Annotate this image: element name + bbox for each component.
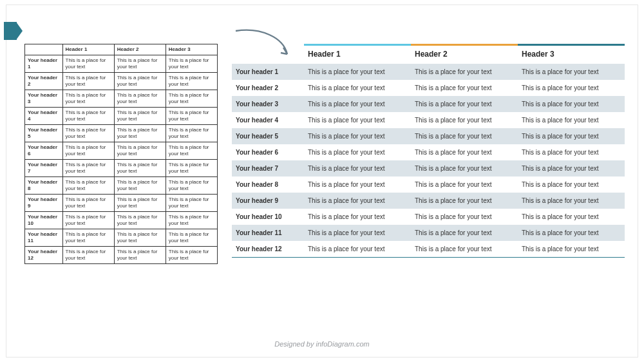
modern-cell: This is a place for your text bbox=[304, 80, 411, 96]
modern-row-label: Your header 8 bbox=[232, 176, 304, 193]
modern-header-blank bbox=[232, 47, 304, 64]
plain-cell: This is a place for your text bbox=[62, 73, 114, 90]
modern-cell: This is a place for your text bbox=[518, 241, 625, 257]
modern-cell: This is a place for your text bbox=[411, 64, 518, 80]
plain-cell: This is a place for your text bbox=[166, 142, 217, 160]
content: Header 1 Header 2 Header 3 Your header 1… bbox=[24, 44, 625, 264]
plain-row-label: Your header 8 bbox=[25, 177, 63, 195]
modern-row-label: Your header 7 bbox=[232, 160, 304, 176]
plain-row-label: Your header 6 bbox=[25, 142, 63, 160]
plain-row-label: Your header 4 bbox=[25, 108, 63, 125]
plain-cell: This is a place for your text bbox=[62, 90, 114, 108]
plain-cell: This is a place for your text bbox=[166, 160, 217, 177]
accent-color-3 bbox=[518, 44, 625, 46]
plain-cell: This is a place for your text bbox=[166, 195, 217, 212]
plain-header-1: Header 1 bbox=[62, 44, 114, 55]
plain-cell: This is a place for your text bbox=[114, 247, 166, 264]
plain-row-label: Your header 9 bbox=[25, 195, 63, 212]
plain-cell: This is a place for your text bbox=[114, 195, 166, 212]
modern-header-2: Header 2 bbox=[411, 47, 518, 64]
plain-cell: This is a place for your text bbox=[166, 212, 217, 229]
plain-cell: This is a place for your text bbox=[166, 73, 217, 90]
table-row: Your header 8This is a place for your te… bbox=[25, 177, 218, 195]
plain-cell: This is a place for your text bbox=[166, 90, 217, 108]
modern-cell: This is a place for your text bbox=[518, 225, 625, 241]
plain-table-body: Your header 1This is a place for your te… bbox=[25, 55, 218, 264]
modern-row-label: Your header 3 bbox=[232, 96, 304, 112]
table-row: Your header 3This is a place for your te… bbox=[232, 96, 625, 112]
modern-cell: This is a place for your text bbox=[518, 128, 625, 144]
table-row: Your header 4This is a place for your te… bbox=[232, 112, 625, 128]
modern-cell: This is a place for your text bbox=[304, 64, 411, 80]
modern-cell: This is a place for your text bbox=[304, 160, 411, 176]
modern-cell: This is a place for your text bbox=[411, 209, 518, 225]
table-row: Your header 6This is a place for your te… bbox=[232, 144, 625, 160]
plain-cell: This is a place for your text bbox=[62, 177, 114, 195]
plain-header-3: Header 3 bbox=[166, 44, 217, 55]
modern-cell: This is a place for your text bbox=[304, 128, 411, 144]
plain-row-label: Your header 5 bbox=[25, 125, 63, 142]
plain-cell: This is a place for your text bbox=[166, 177, 217, 195]
modern-cell: This is a place for your text bbox=[304, 96, 411, 112]
plain-row-label: Your header 11 bbox=[25, 229, 63, 247]
table-row: Your header 4This is a place for your te… bbox=[25, 108, 218, 125]
plain-cell: This is a place for your text bbox=[114, 229, 166, 247]
table-row: Your header 1This is a place for your te… bbox=[232, 64, 625, 80]
modern-cell: This is a place for your text bbox=[518, 144, 625, 160]
modern-table: Header 1 Header 2 Header 3 Your header 1… bbox=[232, 44, 625, 258]
modern-cell: This is a place for your text bbox=[518, 176, 625, 193]
plain-cell: This is a place for your text bbox=[114, 177, 166, 195]
table-row: Your header 7This is a place for your te… bbox=[25, 160, 218, 177]
modern-row-label: Your header 4 bbox=[232, 112, 304, 128]
slide: Header 1 Header 2 Header 3 Your header 1… bbox=[6, 5, 638, 357]
plain-row-label: Your header 12 bbox=[25, 247, 63, 264]
modern-row-label: Your header 9 bbox=[232, 193, 304, 209]
modern-cell: This is a place for your text bbox=[518, 160, 625, 176]
plain-row-label: Your header 2 bbox=[25, 73, 63, 90]
plain-cell: This is a place for your text bbox=[62, 108, 114, 125]
modern-cell: This is a place for your text bbox=[518, 209, 625, 225]
modern-row-label: Your header 1 bbox=[232, 64, 304, 80]
side-tab-icon bbox=[4, 22, 17, 40]
footer-credit: Designed by infoDiagram.com bbox=[6, 340, 638, 348]
plain-cell: This is a place for your text bbox=[114, 212, 166, 229]
modern-cell: This is a place for your text bbox=[518, 80, 625, 96]
plain-table-header-row: Header 1 Header 2 Header 3 bbox=[25, 44, 218, 55]
modern-row-label: Your header 2 bbox=[232, 80, 304, 96]
plain-cell: This is a place for your text bbox=[62, 195, 114, 212]
plain-row-label: Your header 1 bbox=[25, 55, 63, 73]
modern-cell: This is a place for your text bbox=[411, 128, 518, 144]
plain-cell: This is a place for your text bbox=[114, 73, 166, 90]
plain-table: Header 1 Header 2 Header 3 Your header 1… bbox=[24, 44, 218, 264]
plain-row-label: Your header 10 bbox=[25, 212, 63, 229]
modern-cell: This is a place for your text bbox=[411, 241, 518, 257]
table-row: Your header 5This is a place for your te… bbox=[232, 128, 625, 144]
modern-cell: This is a place for your text bbox=[411, 112, 518, 128]
modern-table-body: Your header 1This is a place for your te… bbox=[232, 64, 625, 258]
plain-cell: This is a place for your text bbox=[62, 125, 114, 142]
modern-cell: This is a place for your text bbox=[304, 209, 411, 225]
modern-row-label: Your header 10 bbox=[232, 209, 304, 225]
modern-cell: This is a place for your text bbox=[304, 144, 411, 160]
table-row: Your header 9This is a place for your te… bbox=[232, 193, 625, 209]
modern-row-label: Your header 12 bbox=[232, 241, 304, 257]
table-row: Your header 5This is a place for your te… bbox=[25, 125, 218, 142]
plain-row-label: Your header 3 bbox=[25, 90, 63, 108]
table-row: Your header 3This is a place for your te… bbox=[25, 90, 218, 108]
table-row: Your header 8This is a place for your te… bbox=[232, 176, 625, 193]
plain-row-label: Your header 7 bbox=[25, 160, 63, 177]
modern-cell: This is a place for your text bbox=[304, 225, 411, 241]
plain-cell: This is a place for your text bbox=[62, 247, 114, 264]
modern-cell: This is a place for your text bbox=[518, 112, 625, 128]
modern-cell: This is a place for your text bbox=[518, 193, 625, 209]
table-row: Your header 9This is a place for your te… bbox=[25, 195, 218, 212]
table-row: Your header 10This is a place for your t… bbox=[232, 209, 625, 225]
modern-cell: This is a place for your text bbox=[411, 80, 518, 96]
modern-header-3: Header 3 bbox=[518, 47, 625, 64]
plain-cell: This is a place for your text bbox=[114, 108, 166, 125]
plain-cell: This is a place for your text bbox=[114, 160, 166, 177]
modern-row-label: Your header 5 bbox=[232, 128, 304, 144]
modern-cell: This is a place for your text bbox=[304, 112, 411, 128]
modern-cell: This is a place for your text bbox=[304, 193, 411, 209]
plain-header-blank bbox=[25, 44, 63, 55]
